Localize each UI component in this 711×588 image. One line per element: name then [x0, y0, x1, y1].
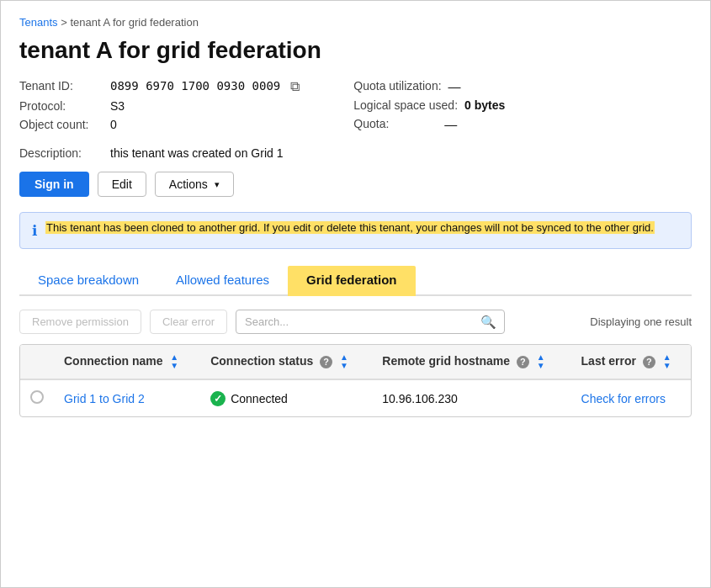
th-last-error: Last error ? ▲ ▼: [571, 345, 691, 379]
connection-status: ✓ Connected: [210, 391, 362, 406]
object-count-value: 0: [110, 118, 117, 131]
details-right: Quota utilization: — Logical space used:…: [353, 79, 505, 131]
tenant-id-label: Tenant ID:: [19, 79, 103, 93]
table-row: Grid 1 to Grid 2 ✓ Connected 10.96.106.2…: [20, 379, 691, 416]
protocol-value: S3: [110, 99, 125, 113]
th-connection-name-label: Connection name: [64, 354, 162, 368]
th-remote-grid-sort[interactable]: ▲ ▼: [537, 353, 545, 370]
logical-space-row: Logical space used: 0 bytes: [353, 98, 505, 112]
object-count-label: Object count:: [19, 118, 103, 131]
edit-button[interactable]: Edit: [98, 172, 146, 197]
row-radio-button[interactable]: [30, 390, 44, 404]
th-last-error-label: Last error: [581, 354, 636, 368]
breadcrumb: Tenants > tenant A for grid federation: [19, 16, 692, 29]
info-icon: ℹ: [32, 222, 37, 240]
copy-icon: ⧉: [290, 79, 300, 93]
protocol-row: Protocol: S3: [19, 99, 303, 113]
th-connection-status-sort[interactable]: ▲ ▼: [340, 353, 348, 370]
connected-check-icon: ✓: [210, 391, 226, 406]
tab-grid-federation[interactable]: Grid federation: [288, 266, 416, 296]
th-connection-name: Connection name ▲ ▼: [54, 345, 200, 379]
actions-chevron-icon: ▾: [215, 179, 220, 190]
details-section: Tenant ID: 0899 6970 1700 0930 0009 ⧉ Pr…: [19, 79, 692, 131]
row-connection-status-cell: ✓ Connected: [200, 379, 372, 416]
row-radio-cell[interactable]: [20, 379, 54, 416]
sort-down-icon: ▼: [340, 362, 348, 370]
table-body: Grid 1 to Grid 2 ✓ Connected 10.96.106.2…: [20, 379, 691, 416]
tab-space-breakdown[interactable]: Space breakdown: [19, 266, 157, 296]
connection-name-link[interactable]: Grid 1 to Grid 2: [64, 392, 145, 405]
th-connection-status: Connection status ? ▲ ▼: [200, 345, 372, 379]
th-remote-grid-hostname-label: Remote grid hostname: [382, 354, 510, 368]
grid-federation-table: Connection name ▲ ▼ Connection status ? …: [20, 345, 691, 416]
row-last-error-cell: Check for errors: [571, 379, 691, 416]
breadcrumb-current: tenant A for grid federation: [70, 16, 199, 29]
th-last-error-sort[interactable]: ▲ ▼: [663, 353, 671, 370]
connection-status-text: Connected: [231, 392, 288, 405]
quota-label: Quota:: [353, 117, 438, 130]
actions-label: Actions: [169, 177, 208, 191]
description-row: Description: this tenant was created on …: [19, 146, 692, 160]
remote-grid-hostname-value: 10.96.106.230: [382, 392, 458, 405]
info-banner: ℹ This tenant has been cloned to another…: [19, 212, 692, 249]
breadcrumb-parent-link[interactable]: Tenants: [19, 16, 58, 29]
description-label: Description:: [19, 146, 103, 160]
description-value: this tenant was created on Grid 1: [110, 146, 283, 160]
table-header-row: Connection name ▲ ▼ Connection status ? …: [20, 345, 691, 379]
row-connection-name-cell: Grid 1 to Grid 2: [54, 379, 200, 416]
quota-value: —: [444, 117, 457, 131]
search-wrapper: 🔍: [236, 310, 505, 334]
th-radio: [20, 345, 54, 379]
quota-util-value: —: [448, 79, 461, 93]
logical-space-label: Logical space used:: [353, 98, 458, 112]
table-header: Connection name ▲ ▼ Connection status ? …: [20, 345, 691, 379]
quota-util-row: Quota utilization: —: [353, 79, 505, 93]
sign-in-button[interactable]: Sign in: [19, 172, 89, 197]
protocol-label: Protocol:: [19, 99, 103, 113]
th-connection-name-sort[interactable]: ▲ ▼: [170, 353, 178, 370]
object-count-row: Object count: 0: [19, 118, 303, 131]
check-for-errors-link[interactable]: Check for errors: [581, 392, 666, 405]
connection-status-help-icon[interactable]: ?: [320, 356, 332, 368]
tab-allowed-features[interactable]: Allowed features: [157, 266, 288, 296]
actions-button[interactable]: Actions ▾: [155, 172, 234, 197]
sort-down-icon: ▼: [537, 362, 545, 370]
logical-space-value: 0 bytes: [464, 98, 505, 112]
table-wrapper: Connection name ▲ ▼ Connection status ? …: [19, 344, 692, 417]
info-text-highlighted: This tenant has been cloned to another g…: [45, 221, 655, 234]
page-title: tenant A for grid federation: [19, 37, 692, 64]
tabs: Space breakdown Allowed features Grid fe…: [19, 266, 692, 296]
quota-row: Quota: —: [353, 117, 505, 131]
breadcrumb-separator: >: [61, 16, 67, 29]
toolbar: Remove permission Clear error 🔍 Displayi…: [19, 310, 692, 334]
remove-permission-button[interactable]: Remove permission: [19, 310, 141, 334]
quota-util-label: Quota utilization:: [353, 79, 441, 93]
th-connection-status-label: Connection status: [210, 354, 313, 368]
remote-grid-hostname-help-icon[interactable]: ?: [517, 356, 529, 368]
tenant-id-value: 0899 6970 1700 0930 0009: [110, 79, 280, 93]
tenant-id-row: Tenant ID: 0899 6970 1700 0930 0009 ⧉: [19, 79, 303, 94]
result-count: Displaying one result: [590, 315, 692, 328]
copy-tenant-id-button[interactable]: ⧉: [287, 79, 303, 94]
sort-down-icon: ▼: [663, 362, 671, 370]
search-input[interactable]: [236, 310, 505, 334]
clear-error-button[interactable]: Clear error: [150, 310, 227, 334]
th-remote-grid-hostname: Remote grid hostname ? ▲ ▼: [372, 345, 570, 379]
sort-down-icon: ▼: [170, 362, 178, 370]
details-left: Tenant ID: 0899 6970 1700 0930 0009 ⧉ Pr…: [19, 79, 303, 131]
last-error-help-icon[interactable]: ?: [643, 356, 655, 368]
action-buttons: Sign in Edit Actions ▾: [19, 172, 692, 197]
row-remote-grid-hostname-cell: 10.96.106.230: [372, 379, 570, 416]
info-text: This tenant has been cloned to another g…: [45, 221, 655, 234]
